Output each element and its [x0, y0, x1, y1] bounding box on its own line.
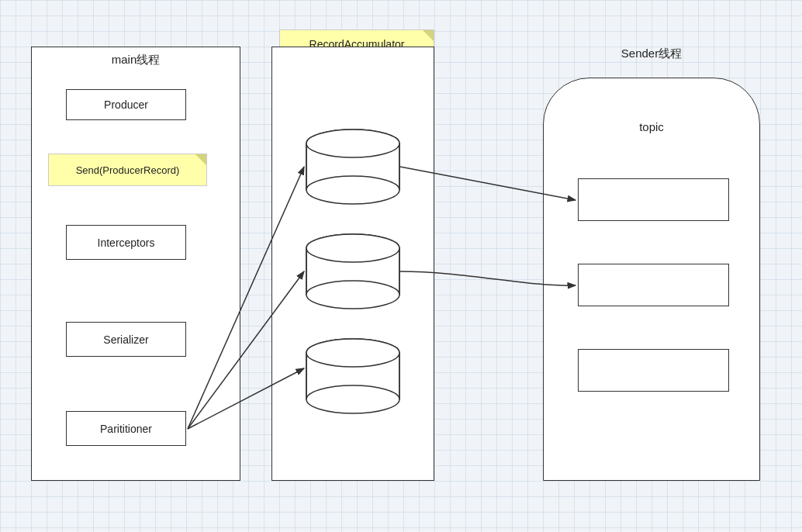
- producer-box: Producer: [66, 89, 186, 120]
- topic-box-3: [578, 349, 729, 392]
- serializer-box: Serializer: [66, 322, 186, 357]
- partitioner-label: Parititioner: [100, 423, 152, 435]
- topic-box-1: [578, 178, 729, 221]
- main-thread-label: main线程: [31, 53, 240, 67]
- topic-box-2: [578, 264, 729, 306]
- send-producer-record-note: Send(ProducerRecord): [48, 154, 207, 186]
- interceptors-label: Interceptors: [98, 237, 155, 249]
- sender-thread-label: Sender线程: [543, 47, 760, 61]
- serializer-label: Serializer: [103, 333, 148, 346]
- send-record-label: Send(ProducerRecord): [76, 164, 180, 176]
- topic-label: topic: [543, 120, 760, 133]
- record-accumulator-box: [271, 47, 434, 481]
- interceptors-box: Interceptors: [66, 225, 186, 260]
- partitioner-box: Parititioner: [66, 411, 186, 446]
- producer-label: Producer: [104, 98, 148, 111]
- diagram-container: main线程 Producer Send(ProducerRecord) Int…: [0, 0, 802, 532]
